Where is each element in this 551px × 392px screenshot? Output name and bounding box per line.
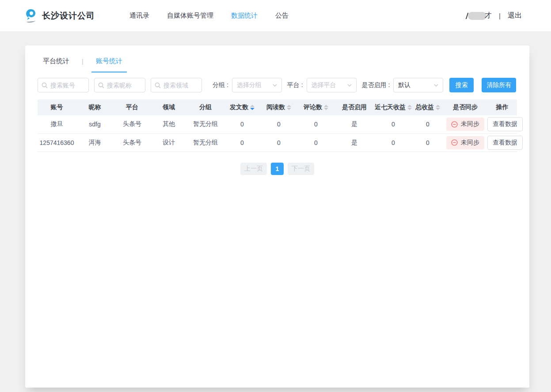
col-nickname: 昵称 [76,99,114,115]
user-name-suffix: 才 [485,11,492,20]
sort-asc-icon [250,105,255,107]
sort-reads[interactable] [287,105,291,110]
cell-reads: 0 [260,115,297,133]
search-field-input[interactable] [163,82,198,89]
cell-total-income: 0 [412,115,443,133]
cell-group: 暂无分组 [187,115,224,133]
search-button[interactable]: 搜索 [449,78,474,92]
tabs-divider: | [82,57,84,69]
col-comments: 评论数 [297,99,334,115]
sort-desc-icon [436,108,440,110]
sort-asc-icon [324,105,328,107]
col-posts: 发文数 [224,99,260,115]
pagination-prev-button[interactable]: 上一页 [240,163,267,175]
col-actions: 操作 [487,99,517,115]
clear-all-button[interactable]: 清除所有 [482,78,516,92]
filter-bar: 分组 : 选择分组 平台 : 选择平台 是否启用 : 默认 搜索 清除所有 [38,78,517,92]
cell-posts: 0 [224,115,260,133]
user-name[interactable]: 才 [467,11,492,20]
sort-comments[interactable] [324,105,328,110]
search-icon [42,82,48,88]
sort-asc-icon [407,105,412,107]
cell-nickname: 洱海 [76,133,114,152]
pagination-next-button[interactable]: 下一页 [288,163,314,175]
cell-week-income: 0 [374,115,412,133]
sync-status-badge: 未同步 [446,136,484,149]
cell-posts: 0 [224,133,260,152]
table-header-row: 账号 昵称 平台 领域 分组 发文数 阅读数 [38,99,517,115]
chevron-down-icon [434,84,438,87]
sort-week-income[interactable] [407,105,412,110]
cell-platform: 头条号 [114,133,151,152]
cell-account: 撒旦 [38,115,76,133]
col-total-income: 总收益 [412,99,443,115]
sort-posts[interactable] [250,105,255,110]
brand-logo-icon [25,8,37,23]
minus-circle-icon [451,121,458,128]
table-row: 1257416360 洱海 头条号 设计 暂无分组 0 0 0 是 0 0 [38,133,517,152]
nav-item-contacts[interactable]: 通讯录 [129,11,149,20]
search-account-input[interactable] [50,82,85,89]
stats-tabs: 平台统计 | 账号统计 [38,54,517,72]
tab-account-stats[interactable]: 账号统计 [95,54,123,72]
cell-enabled: 是 [334,115,374,133]
cell-platform: 头条号 [114,115,151,133]
search-field-box [151,78,202,92]
col-week-income: 近七天收益 [374,99,412,115]
search-account-box [38,78,89,92]
chevron-down-icon [347,84,352,87]
col-field: 领域 [151,99,187,115]
pagination: 上一页 1 下一页 [38,163,517,175]
sort-desc-icon [287,108,291,110]
cell-comments: 0 [297,133,334,152]
user-area: 才 | 退出 [467,11,522,20]
user-divider: | [499,12,501,19]
nav-item-media-account-management[interactable]: 自媒体账号管理 [167,11,213,20]
col-reads: 阅读数 [260,99,297,115]
group-select[interactable]: 选择分组 [232,78,282,92]
search-nickname-input[interactable] [107,82,141,89]
enabled-select-label: 是否启用 : [362,81,390,89]
cell-reads: 0 [260,133,297,152]
col-group: 分组 [187,99,224,115]
view-data-button[interactable]: 查看数据 [487,117,523,131]
cell-total-income: 0 [412,133,443,152]
sort-desc-icon [324,108,328,110]
logout-link[interactable]: 退出 [508,11,522,20]
cell-actions: 查看数据 [487,115,517,133]
sort-desc-icon [407,108,412,110]
cell-group: 暂无分组 [187,133,224,152]
pagination-page-1[interactable]: 1 [271,163,284,175]
sort-total-income[interactable] [436,105,440,110]
cell-sync: 未同步 [443,115,487,133]
nav-item-announcements[interactable]: 公告 [275,11,289,20]
minus-circle-icon [451,139,458,146]
cell-nickname: sdfg [76,115,114,133]
enabled-select[interactable]: 默认 [393,78,443,92]
cell-comments: 0 [297,115,334,133]
nav-item-data-statistics[interactable]: 数据统计 [231,11,258,20]
cell-sync: 未同步 [443,133,487,152]
cell-field: 设计 [151,133,187,152]
col-sync: 是否同步 [443,99,487,115]
app-header: 长沙设计公司 通讯录 自媒体账号管理 数据统计 公告 才 | 退出 [0,0,551,32]
search-nickname-box [94,78,145,92]
view-data-button[interactable]: 查看数据 [487,136,523,150]
group-select-label: 分组 : [213,81,228,89]
platform-select[interactable]: 选择平台 [307,78,357,92]
cell-enabled: 是 [334,133,374,152]
sort-desc-icon [250,108,255,110]
search-icon [155,82,161,88]
sync-status-badge: 未同步 [446,118,484,131]
col-enabled: 是否启用 [334,99,374,115]
tab-platform-stats[interactable]: 平台统计 [42,54,70,72]
table-row: 撒旦 sdfg 头条号 其他 暂无分组 0 0 0 是 0 0 [38,115,517,133]
account-stats-table: 账号 昵称 平台 领域 分组 发文数 阅读数 [38,99,517,152]
cell-actions: 查看数据 [487,133,517,152]
search-icon [98,82,104,88]
content-card: 平台统计 | 账号统计 分组 : 选择 [25,46,529,388]
platform-select-label: 平台 : [287,81,303,89]
brand-title: 长沙设计公司 [42,10,95,22]
col-account: 账号 [38,99,76,115]
cell-account: 1257416360 [38,133,76,152]
